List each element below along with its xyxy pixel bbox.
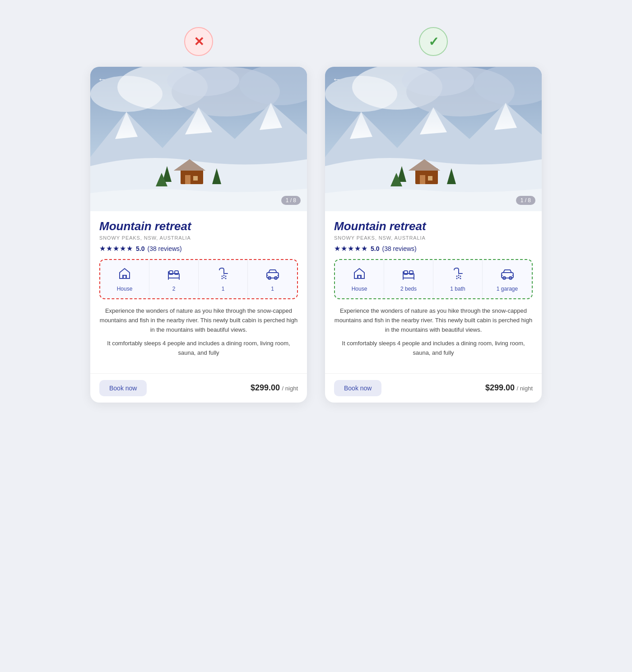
good-property-title: Mountain retreat xyxy=(334,219,533,233)
good-price-unit: / night xyxy=(517,385,533,392)
good-amenity-1: 2 beds xyxy=(384,260,433,298)
svg-point-29 xyxy=(222,278,223,279)
bad-amenity-1: 2 xyxy=(149,260,199,298)
good-description-2: It comfortably sleeps 4 people and inclu… xyxy=(334,339,533,358)
good-amenity-label-0: House xyxy=(352,286,367,292)
good-price: $299.00 / night xyxy=(485,383,533,393)
good-amenity-icon-2 xyxy=(451,266,465,283)
bad-description-2: It comfortably sleeps 4 people and inclu… xyxy=(99,339,298,358)
good-amenity-2: 1 bath xyxy=(433,260,483,298)
bad-book-button[interactable]: Book now xyxy=(99,380,147,396)
bad-rating-row: ★★★★★ 5.0 (38 reviews) xyxy=(99,244,298,253)
good-description-1: Experience the wonders of nature as you … xyxy=(334,306,533,334)
bad-rating-reviews: (38 reviews) xyxy=(147,245,181,252)
good-column: ✓ xyxy=(325,27,542,403)
svg-point-62 xyxy=(458,277,460,278)
bad-amenity-0: House xyxy=(100,260,149,298)
good-back-arrow[interactable]: ← xyxy=(332,74,341,84)
svg-rect-12 xyxy=(185,175,191,184)
bad-card-image: ← 1 / 8 xyxy=(90,67,307,211)
good-book-button[interactable]: Book now xyxy=(334,380,381,396)
good-card: ← 1 / 8 Mountain retreat SNOWY PEAKS, NS… xyxy=(325,67,542,403)
good-amenity-icon-1 xyxy=(401,266,416,283)
good-amenity-label-3: 1 garage xyxy=(497,286,518,292)
good-amenity-0: House xyxy=(335,260,384,298)
svg-point-64 xyxy=(456,278,458,279)
svg-rect-45 xyxy=(415,168,438,184)
good-amenity-label-1: 2 beds xyxy=(400,286,417,292)
bad-symbol: ✕ xyxy=(194,34,204,49)
bad-amenity-label-3: 1 xyxy=(271,286,274,292)
good-amenity-icon-3 xyxy=(500,266,515,283)
bad-amenity-icon-0 xyxy=(117,266,132,283)
svg-point-28 xyxy=(225,278,227,279)
svg-point-26 xyxy=(222,276,223,277)
svg-rect-52 xyxy=(358,275,361,278)
bad-card-footer: Book now $299.00 / night xyxy=(90,373,307,403)
bad-description-1: Experience the wonders of nature as you … xyxy=(99,306,298,334)
bad-price: $299.00 / night xyxy=(251,383,298,393)
good-image-counter: 1 / 8 xyxy=(516,196,535,205)
good-rating-score: 5.0 xyxy=(371,245,379,252)
svg-point-59 xyxy=(458,275,460,276)
good-amenities-grid: House 2 beds 1 bath xyxy=(334,259,533,299)
svg-point-25 xyxy=(225,276,227,277)
bad-rating-score: 5.0 xyxy=(136,245,144,252)
bad-card-body: Mountain retreat SNOWY PEAKS, NSW, AUSTR… xyxy=(90,211,307,371)
svg-rect-10 xyxy=(181,168,203,184)
bad-amenity-2: 1 xyxy=(199,260,248,298)
svg-point-24 xyxy=(223,275,225,276)
bad-amenity-3: 1 xyxy=(248,260,297,298)
bad-card: ← 1 / 8 Mountain retreat SNOWY PEAKS, NS… xyxy=(90,67,307,403)
bad-property-title: Mountain retreat xyxy=(99,219,298,233)
svg-point-63 xyxy=(460,278,461,279)
bad-image-counter: 1 / 8 xyxy=(281,196,301,205)
good-property-location: SNOWY PEAKS, NSW, AUSTRALIA xyxy=(334,235,533,241)
bad-amenity-label-0: House xyxy=(117,286,133,292)
bad-property-location: SNOWY PEAKS, NSW, AUSTRALIA xyxy=(99,235,298,241)
bad-scene-svg xyxy=(90,67,307,211)
svg-point-60 xyxy=(460,276,461,277)
bad-price-amount: $299.00 xyxy=(251,383,280,392)
bad-price-unit: / night xyxy=(282,385,298,392)
comparison-wrapper: ✕ xyxy=(68,27,564,403)
bad-back-arrow[interactable]: ← xyxy=(98,74,107,84)
good-rating-row: ★★★★★ 5.0 (38 reviews) xyxy=(334,244,533,253)
bad-stars: ★★★★★ xyxy=(99,244,133,253)
bad-column: ✕ xyxy=(90,27,307,403)
bad-amenities-grid: House 2 1 xyxy=(99,259,298,299)
svg-rect-48 xyxy=(428,176,432,181)
bad-amenity-icon-1 xyxy=(167,266,181,283)
good-amenity-label-2: 1 bath xyxy=(450,286,465,292)
bad-amenity-icon-3 xyxy=(265,266,280,283)
svg-rect-47 xyxy=(420,175,425,184)
good-amenity-icon-0 xyxy=(352,266,367,283)
svg-rect-13 xyxy=(193,176,198,181)
good-symbol: ✓ xyxy=(428,34,439,49)
bad-badge: ✕ xyxy=(184,27,213,56)
good-price-amount: $299.00 xyxy=(485,383,515,392)
good-card-image: ← 1 / 8 xyxy=(325,67,542,211)
good-stars: ★★★★★ xyxy=(334,244,368,253)
good-rating-reviews: (38 reviews) xyxy=(382,245,416,252)
good-card-body: Mountain retreat SNOWY PEAKS, NSW, AUSTR… xyxy=(325,211,542,371)
good-scene-svg xyxy=(325,67,542,211)
bad-amenity-label-1: 2 xyxy=(172,286,176,292)
bad-amenity-icon-2 xyxy=(216,266,230,283)
good-amenity-3: 1 garage xyxy=(483,260,532,298)
bad-amenity-label-2: 1 xyxy=(222,286,225,292)
good-card-footer: Book now $299.00 / night xyxy=(325,373,542,403)
svg-point-61 xyxy=(456,276,458,277)
svg-rect-17 xyxy=(123,275,126,278)
svg-point-27 xyxy=(223,277,225,278)
good-badge: ✓ xyxy=(419,27,448,56)
